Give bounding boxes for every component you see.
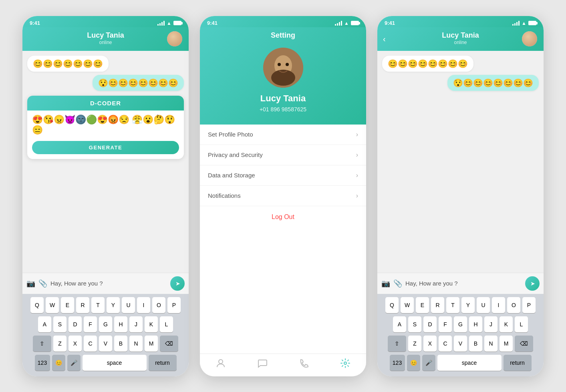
- status-bar-1: 9:41 ▲: [22, 16, 189, 27]
- key3-v[interactable]: V: [454, 336, 467, 352]
- key-u[interactable]: U: [122, 297, 135, 313]
- key-q[interactable]: Q: [30, 297, 44, 313]
- key-w[interactable]: W: [46, 297, 59, 313]
- key3-a[interactable]: A: [393, 316, 406, 332]
- key-delete[interactable]: ⌫: [160, 336, 178, 352]
- phone-3: 9:41 ▲ ‹ Lucy Tania online 😊😊😊😊😊😊😊😊 😯😊😊😊…: [377, 16, 544, 376]
- key3-z[interactable]: Z: [408, 336, 421, 352]
- key3-u[interactable]: U: [477, 297, 490, 313]
- chat-header-1: Lucy Tania online: [22, 27, 189, 51]
- key-x[interactable]: X: [68, 336, 82, 352]
- key-space[interactable]: space: [83, 355, 147, 371]
- key-a[interactable]: A: [38, 316, 51, 332]
- attachment-icon-3[interactable]: 📎: [393, 279, 402, 288]
- phone-1: 9:41 ▲ Lucy Tania online 😊😊😊😊😊😊😊 😯😊😊😊😊😊😊…: [22, 16, 189, 376]
- key-o[interactable]: O: [152, 297, 165, 313]
- key3-mic[interactable]: 🎤: [422, 355, 435, 371]
- settings-item-data-storage[interactable]: Data and Storage ›: [200, 165, 366, 186]
- key3-space[interactable]: space: [437, 355, 502, 371]
- key3-i[interactable]: I: [492, 297, 505, 313]
- key-z[interactable]: Z: [53, 336, 66, 352]
- key-h[interactable]: H: [114, 316, 127, 332]
- key-g[interactable]: G: [99, 316, 112, 332]
- key3-b[interactable]: B: [469, 336, 482, 352]
- key-shift[interactable]: ⇧: [33, 336, 51, 352]
- key3-shift[interactable]: ⇧: [388, 336, 406, 352]
- tab-settings-icon[interactable]: [340, 358, 350, 371]
- key-y[interactable]: Y: [107, 297, 120, 313]
- back-button-3[interactable]: ‹: [383, 34, 386, 44]
- key3-w[interactable]: W: [401, 297, 414, 313]
- key3-delete[interactable]: ⌫: [515, 336, 533, 352]
- key3-r[interactable]: R: [431, 297, 444, 313]
- key-k[interactable]: K: [145, 316, 158, 332]
- dcoder-emojis: 😍😘😠👿🌚🟢😍😡😒 😤😮🤔😲😑: [27, 111, 184, 139]
- key-emoji[interactable]: 😊: [52, 355, 65, 371]
- key3-d[interactable]: D: [423, 316, 437, 332]
- battery-icon-2: [351, 21, 359, 25]
- key-mic[interactable]: 🎤: [67, 355, 81, 371]
- key-m[interactable]: M: [145, 336, 158, 352]
- key-r[interactable]: R: [76, 297, 89, 313]
- logout-button[interactable]: Log Out: [200, 206, 366, 228]
- settings-item-notifications[interactable]: Notifications ›: [200, 186, 366, 206]
- key-e[interactable]: E: [61, 297, 74, 313]
- attachment-icon-1[interactable]: 📎: [38, 279, 47, 288]
- send-button-1[interactable]: ➤: [170, 276, 185, 291]
- message-input-1[interactable]: [50, 280, 167, 287]
- key-n[interactable]: N: [129, 336, 143, 352]
- key3-emoji[interactable]: 😊: [407, 355, 420, 371]
- key-s[interactable]: S: [53, 316, 66, 332]
- key3-q[interactable]: Q: [385, 297, 399, 313]
- key-d[interactable]: D: [68, 316, 82, 332]
- header-title-3: Lucy Tania online: [442, 31, 479, 45]
- key3-h[interactable]: H: [469, 316, 482, 332]
- key3-s[interactable]: S: [408, 316, 421, 332]
- send-button-3[interactable]: ➤: [525, 276, 540, 291]
- camera-icon-3[interactable]: 📷: [381, 279, 390, 288]
- key3-c[interactable]: C: [439, 336, 452, 352]
- key-b[interactable]: B: [114, 336, 127, 352]
- tab-chat-icon[interactable]: [257, 358, 268, 371]
- key-t[interactable]: T: [91, 297, 105, 313]
- message-input-3[interactable]: [405, 280, 522, 287]
- key3-numbers[interactable]: 123: [390, 355, 405, 371]
- key3-t[interactable]: T: [446, 297, 459, 313]
- avatar-3: [522, 31, 537, 46]
- status-bar-2: 9:41 ▲: [200, 16, 366, 27]
- tab-person-icon[interactable]: [216, 358, 226, 371]
- key3-l[interactable]: L: [515, 316, 528, 332]
- key3-x[interactable]: X: [423, 336, 437, 352]
- key3-f[interactable]: F: [439, 316, 452, 332]
- wifi-icon-1: ▲: [167, 20, 171, 26]
- key3-g[interactable]: G: [454, 316, 467, 332]
- key-v[interactable]: V: [99, 336, 112, 352]
- key3-n[interactable]: N: [484, 336, 498, 352]
- key-i[interactable]: I: [137, 297, 150, 313]
- status-time-2: 9:41: [207, 20, 218, 26]
- key-numbers[interactable]: 123: [35, 355, 50, 371]
- tab-phone-icon[interactable]: [298, 358, 309, 371]
- key3-e[interactable]: E: [416, 297, 429, 313]
- signal-icon-2: [335, 21, 342, 26]
- camera-icon-1[interactable]: 📷: [26, 279, 35, 288]
- key-j[interactable]: J: [129, 316, 143, 332]
- avatar-img-3: [522, 31, 537, 46]
- key-p[interactable]: P: [167, 297, 181, 313]
- key3-k[interactable]: K: [500, 316, 513, 332]
- key3-y[interactable]: Y: [461, 297, 475, 313]
- key3-p[interactable]: P: [522, 297, 536, 313]
- profile-avatar[interactable]: [263, 48, 303, 88]
- key3-o[interactable]: O: [507, 297, 520, 313]
- key-l[interactable]: L: [160, 316, 173, 332]
- key-f[interactable]: F: [84, 316, 97, 332]
- settings-item-privacy[interactable]: Privacy and Security ›: [200, 145, 366, 165]
- generate-button[interactable]: GENERATE: [32, 141, 179, 154]
- settings-item-set-profile-photo[interactable]: Set Profile Photo ›: [200, 125, 366, 145]
- message-bubble-1: 😊😊😊😊😊😊😊: [27, 56, 109, 72]
- key3-j[interactable]: J: [484, 316, 498, 332]
- key3-m[interactable]: M: [500, 336, 513, 352]
- key3-return[interactable]: return: [504, 355, 532, 371]
- key-return[interactable]: return: [149, 355, 177, 371]
- key-c[interactable]: C: [84, 336, 97, 352]
